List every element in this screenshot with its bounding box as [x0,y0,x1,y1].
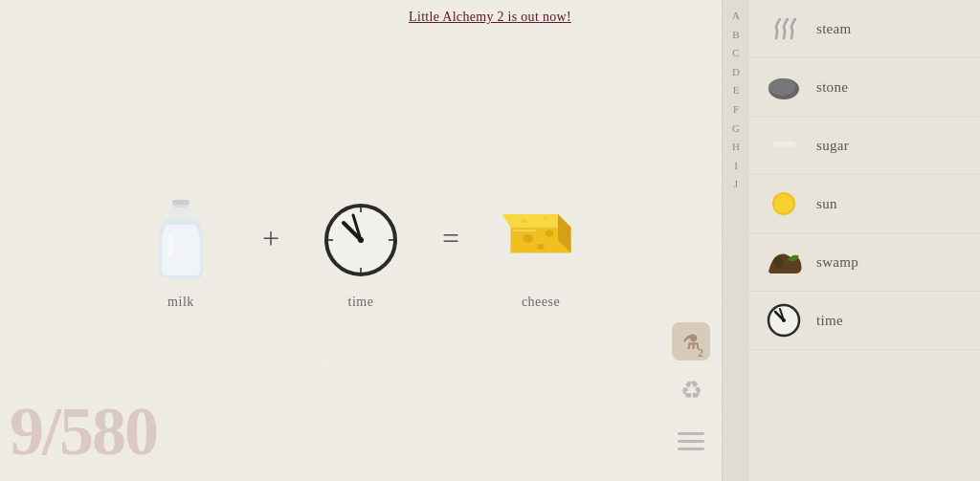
progress-counter: 9/580 [10,392,157,471]
swamp-list-label: swamp [816,254,858,271]
recycle-icon[interactable]: ♻ [670,370,712,412]
sugar-list-label: sugar [816,138,849,154]
element-milk[interactable]: milk [138,197,224,310]
alpha-J[interactable]: J [734,176,738,193]
cheese-label: cheese [522,295,560,310]
alpha-G[interactable]: G [732,120,740,138]
svg-point-14 [537,244,544,250]
svg-rect-2 [172,200,189,205]
bottom-icons-area: ⚗ 2 ♻ [670,320,712,462]
sugar-list-icon [763,124,805,166]
milk-icon [138,197,224,283]
svg-point-12 [523,233,533,242]
list-item-stone[interactable]: stone [749,58,980,117]
menu-icon[interactable] [670,420,712,462]
sidebar-inner: A B C D E F G H I J [723,0,980,481]
swamp-list-icon [763,241,805,283]
svg-point-13 [546,230,554,236]
svg-rect-23 [678,448,704,450]
list-item-sun[interactable]: sun [749,175,980,233]
element-list: steam stone [749,0,980,481]
alpha-C[interactable]: C [732,45,739,62]
plus-operator: + [262,221,279,256]
time-list-label: time [816,313,843,329]
svg-point-25 [768,78,795,96]
element-cheese[interactable]: cheese [498,197,584,310]
alpha-D[interactable]: D [732,64,740,81]
alpha-E[interactable]: E [733,82,740,99]
element-time[interactable]: time [318,197,404,310]
equals-operator: = [442,221,459,256]
svg-point-16 [543,217,547,220]
time-label: time [348,295,374,310]
svg-rect-1 [170,208,191,219]
milk-label: milk [167,295,194,310]
combination-row: milk + [138,197,584,310]
alpha-H[interactable]: H [732,139,740,156]
svg-point-29 [774,194,793,213]
stone-list-icon [763,66,805,108]
alphabet-index: A B C D E F G H I J [723,0,749,481]
svg-point-30 [773,256,783,268]
alpha-I[interactable]: I [734,158,738,175]
alpha-F[interactable]: F [733,101,739,119]
svg-rect-22 [678,440,704,443]
sun-list-label: sun [816,196,837,212]
time-list-icon [763,299,805,341]
list-item-swamp[interactable]: swamp [749,233,980,292]
svg-rect-21 [678,432,704,435]
alchemy2-link[interactable]: Little Alchemy 2 is out now! [409,10,571,25]
list-item-sugar[interactable]: sugar [749,117,980,175]
svg-point-34 [782,318,786,322]
cheese-icon [498,197,584,283]
stone-list-label: stone [816,79,848,96]
svg-point-7 [358,237,364,243]
svg-text:♻: ♻ [680,377,702,404]
sidebar: A B C D E F G H I J [722,0,980,481]
alchemy2-badge-icon[interactable]: ⚗ 2 [670,320,712,362]
top-banner: Little Alchemy 2 is out now! [0,0,980,34]
svg-point-15 [520,219,526,223]
svg-point-3 [167,234,174,257]
list-item-time[interactable]: time [749,292,980,350]
sun-list-icon [763,183,805,225]
time-icon [318,197,404,283]
svg-rect-27 [772,142,795,147]
svg-text:2: 2 [698,346,703,360]
